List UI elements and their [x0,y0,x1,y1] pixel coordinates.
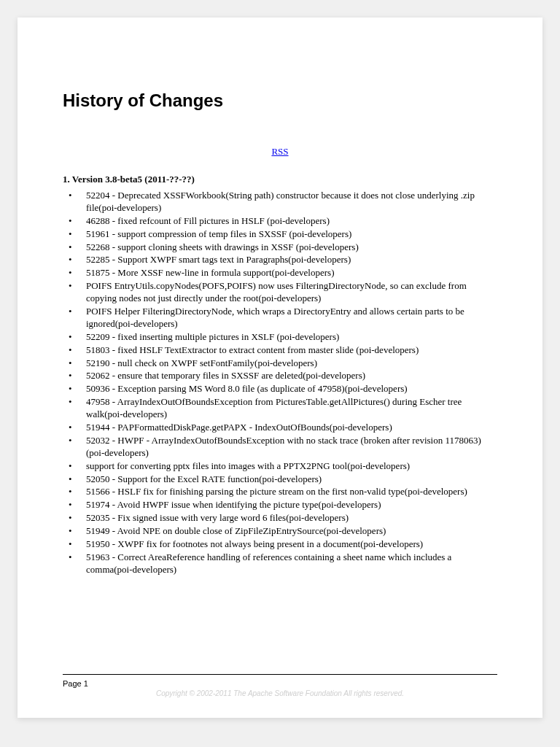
list-item: POIFS Helper FilteringDirectoryNode, whi… [63,306,497,330]
list-item: 52204 - Deprecated XSSFWorkbook(String p… [63,190,497,214]
list-item: 51566 - HSLF fix for finishing parsing t… [63,486,497,498]
page-number: Page 1 [63,679,497,688]
list-item: 51803 - fixed HSLF TextExtractor to extr… [63,344,497,357]
list-item: 51974 - Avoid HWPF issue when identifyin… [63,499,497,511]
list-item: 51963 - Correct AreaReference handling o… [63,551,497,576]
page-footer: Page 1 Copyright © 2002-2011 The Apache … [63,674,497,697]
list-item: 52209 - fixed inserting multiple picture… [63,331,497,344]
list-item: 51944 - PAPFormattedDiskPage.getPAPX - I… [63,422,497,434]
list-item: 51875 - More XSSF new-line in formula su… [63,267,497,279]
list-item: support for converting pptx files into i… [63,460,497,473]
copyright-text: Copyright © 2002-2011 The Apache Softwar… [63,689,497,697]
list-item: POIFS EntryUtils.copyNodes(POFS,POIFS) n… [63,280,497,305]
document-page: History of Changes RSS 1. Version 3.8-be… [18,18,542,718]
changes-list: 52204 - Deprecated XSSFWorkbook(String p… [63,190,497,576]
list-item: 51949 - Avoid NPE on double close of Zip… [63,525,497,538]
list-item: 52062 - ensure that temporary files in S… [63,370,497,382]
list-item: 52050 - Support for the Excel RATE funct… [63,473,497,486]
section-heading: 1. Version 3.8-beta5 (2011-??-??) [63,174,497,185]
page-title: History of Changes [63,90,497,111]
list-item: 52035 - Fix signed issue with very large… [63,512,497,525]
list-item: 52190 - null check on XWPF setFontFamily… [63,357,497,370]
footer-divider [63,674,497,675]
list-item: 51961 - support compression of temp file… [63,228,497,241]
rss-link[interactable]: RSS [63,146,497,158]
list-item: 52285 - Support XWPF smart tags text in … [63,254,497,266]
list-item: 46288 - fixed refcount of Fill pictures … [63,215,497,228]
list-item: 52268 - support cloning sheets with draw… [63,241,497,254]
list-item: 47958 - ArrayIndexOutOfBoundsException f… [63,396,497,421]
list-item: 51950 - XWPF fix for footnotes not alway… [63,538,497,551]
list-item: 52032 - HWPF - ArrayIndexOutofBoundsExce… [63,435,497,460]
list-item: 50936 - Exception parsing MS Word 8.0 fi… [63,383,497,395]
